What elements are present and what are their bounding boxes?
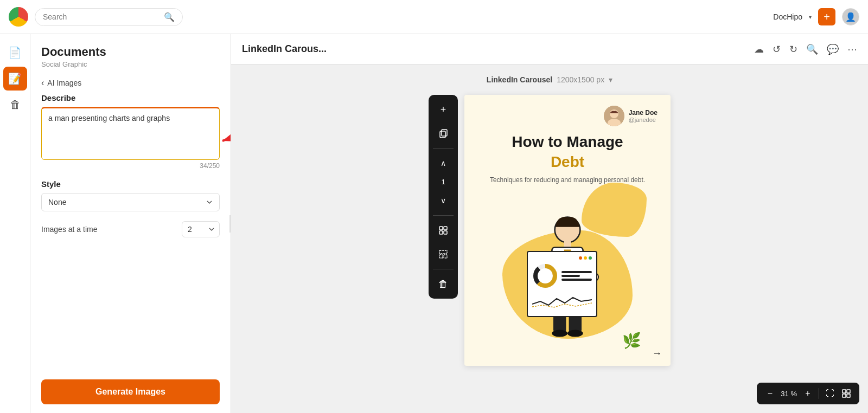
slide-controls: + ∧ 1 ∨ <box>429 95 458 299</box>
grid-view-button[interactable] <box>433 220 454 241</box>
more-options-icon[interactable]: ⋯ <box>847 43 857 55</box>
slide-avatar <box>604 106 624 126</box>
svg-rect-7 <box>439 250 447 254</box>
businessman-figure <box>532 209 603 350</box>
describe-label: Describe <box>41 93 220 102</box>
sidebar-back-btn[interactable]: ‹ AI Images <box>30 70 231 93</box>
donut-chart <box>532 263 558 289</box>
next-slide-button[interactable]: ∨ <box>433 190 454 211</box>
icon-nav: 📄 📝 🗑 <box>0 34 30 413</box>
svg-rect-2 <box>442 130 447 136</box>
style-label: Style <box>41 179 220 189</box>
dimension-bar: LinkedIn Carousel 1200x1500 px ▾ <box>487 75 612 84</box>
fullscreen-icon: ⛶ <box>826 389 834 398</box>
topbar: 🔍 DocHipo ▾ + 👤 <box>0 0 868 34</box>
document-title: LinkedIn Carous... <box>242 43 327 55</box>
svg-rect-28 <box>847 390 850 393</box>
zoom-out-icon: − <box>768 389 773 398</box>
sidebar: Documents Social Graphic ‹ AI Images Des… <box>30 34 231 413</box>
dimension-size: 1200x1500 px <box>557 75 604 84</box>
images-count-select[interactable]: 1 2 3 4 <box>182 221 220 237</box>
canvas-toolbar: LinkedIn Carous... ☁ ↺ ↻ 🔍 💬 ⋯ <box>231 34 868 64</box>
chart-board <box>527 251 597 317</box>
describe-textarea[interactable]: a man presenting charts and graphs <box>42 108 219 157</box>
sidebar-title: Documents <box>41 45 220 59</box>
undo-icon[interactable]: ↺ <box>773 43 781 55</box>
canvas-area: LinkedIn Carous... ☁ ↺ ↻ 🔍 💬 ⋯ LinkedIn … <box>231 34 868 413</box>
avatar-icon: 👤 <box>845 12 856 22</box>
zoom-divider <box>819 388 819 399</box>
nav-item-edit[interactable]: 📝 <box>3 67 27 91</box>
delete-slide-button[interactable]: 🗑 <box>433 274 454 294</box>
fullscreen-button[interactable]: ⛶ <box>822 386 838 401</box>
nav-item-trash[interactable]: 🗑 <box>3 93 27 117</box>
search-input[interactable] <box>43 12 159 21</box>
toolbar-actions: ☁ ↺ ↻ 🔍 💬 ⋯ <box>754 43 857 55</box>
wave-chart <box>532 293 592 309</box>
ctrl-divider-2 <box>433 215 454 216</box>
brand-name: DocHipo <box>773 12 802 21</box>
svg-rect-29 <box>843 394 846 397</box>
layout-button[interactable] <box>433 244 454 264</box>
canvas-with-controls: + ∧ 1 ∨ <box>429 95 671 366</box>
slide-preview[interactable]: Jane Doe @janedoe How to Manage Debt Tec… <box>464 95 671 366</box>
sidebar-header: Documents Social Graphic <box>30 34 231 70</box>
slide-profile-info: Jane Doe @janedoe <box>629 109 658 123</box>
plant-icon: 🌿 <box>622 332 641 350</box>
prev-slide-button[interactable]: ∧ <box>433 153 454 173</box>
cloud-save-icon[interactable]: ☁ <box>754 43 764 55</box>
main-layout: 📄 📝 🗑 Documents Social Graphic ‹ AI Imag… <box>0 34 868 413</box>
style-select[interactable]: None Realistic Cartoon Abstract <box>41 193 220 211</box>
svg-point-22 <box>567 330 583 337</box>
svg-rect-3 <box>439 227 443 230</box>
document-icon: 📄 <box>8 46 22 59</box>
sidebar-subtitle: Social Graphic <box>41 60 220 68</box>
svg-rect-4 <box>444 227 447 230</box>
add-slide-button[interactable]: + <box>433 99 454 120</box>
profile-name: Jane Doe <box>629 109 658 117</box>
ai-images-label: AI Images <box>47 79 81 87</box>
logo-icon[interactable] <box>9 7 28 27</box>
describe-textarea-wrapper: a man presenting charts and graphs <box>41 107 220 160</box>
slide-number: 1 <box>441 177 445 187</box>
slide-illustration: 🌿 <box>477 193 658 355</box>
back-arrow-icon: ‹ <box>41 78 44 88</box>
sidebar-footer: Generate Images <box>30 371 231 413</box>
grid-layout-button[interactable] <box>839 386 854 401</box>
add-button[interactable]: + <box>818 8 835 25</box>
line-3 <box>561 279 592 281</box>
slide-title-main: How to Manage <box>477 133 658 151</box>
images-row: Images at a time 1 2 3 4 <box>41 221 220 237</box>
line-1 <box>561 271 592 273</box>
slide-inner: Jane Doe @janedoe How to Manage Debt Tec… <box>464 95 671 366</box>
svg-rect-8 <box>439 255 443 258</box>
char-count: 34/250 <box>41 162 220 170</box>
dot-green <box>589 256 592 260</box>
donut-lines <box>561 271 592 281</box>
svg-point-11 <box>610 109 618 118</box>
doc-type-label: LinkedIn Carousel <box>487 75 552 84</box>
zoom-in-icon: + <box>805 389 810 398</box>
svg-point-21 <box>552 330 567 337</box>
line-2 <box>561 275 580 277</box>
textarea-container: a man presenting charts and graphs <box>41 107 220 160</box>
images-at-time-label: Images at a time <box>41 225 98 234</box>
svg-rect-5 <box>439 231 443 234</box>
generate-images-button[interactable]: Generate Images <box>41 379 220 404</box>
canvas-search-icon[interactable]: 🔍 <box>806 43 818 55</box>
svg-rect-6 <box>444 231 447 234</box>
zoom-out-button[interactable]: − <box>762 386 777 401</box>
copy-slide-button[interactable] <box>433 123 454 144</box>
comment-icon[interactable]: 💬 <box>827 43 839 55</box>
zoom-in-button[interactable]: + <box>800 386 815 401</box>
user-avatar[interactable]: 👤 <box>842 8 859 25</box>
svg-rect-30 <box>847 394 850 397</box>
zoom-level: 31 % <box>778 390 799 398</box>
nav-item-document[interactable]: 📄 <box>3 41 27 64</box>
svg-rect-9 <box>444 255 447 258</box>
redo-icon[interactable]: ↻ <box>789 43 797 55</box>
dimension-chevron-icon[interactable]: ▾ <box>609 75 612 84</box>
svg-rect-27 <box>843 390 846 393</box>
brand-chevron[interactable]: ▾ <box>809 14 812 20</box>
ctrl-divider-3 <box>433 269 454 269</box>
